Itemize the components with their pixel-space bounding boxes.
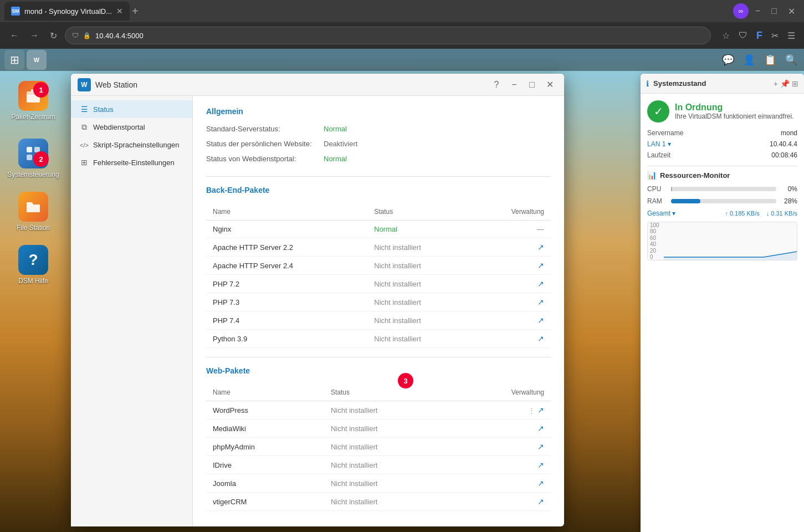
backend-row-0-name: Nginx xyxy=(206,221,367,238)
taskbar-notifications-button[interactable]: 📋 xyxy=(762,52,779,68)
nav-item-skript[interactable]: </> Skript-Spracheinstellungen xyxy=(71,136,192,154)
ram-row: RAM 28% xyxy=(647,197,797,205)
taskbar-grid-button[interactable]: ⊞ xyxy=(4,50,24,70)
webstation-help-button[interactable]: ? xyxy=(489,77,504,93)
backend-row-6-status: Nicht installiert xyxy=(367,330,471,348)
browser-close-button[interactable]: ✕ xyxy=(783,4,800,19)
manage-link-icon[interactable]: ↗ xyxy=(537,243,544,252)
backend-row-2-name: Apache HTTP Server 2.4 xyxy=(206,257,367,275)
web-row-1-name: MediaWiki xyxy=(206,420,324,438)
nav-item-webdienstportal[interactable]: ⧉ Webdienstportal xyxy=(71,118,192,136)
allgemein-row-1-label: Status der persönlichen Website: xyxy=(206,140,317,148)
sys-laufzeit-label: Laufzeit xyxy=(647,151,670,159)
sys-lan-label[interactable]: LAN 1 ▾ xyxy=(647,140,671,148)
backend-row-4-manage[interactable]: ↗ xyxy=(471,293,551,311)
nav-item-status[interactable]: ☰ Status xyxy=(71,100,192,118)
nav-item-fehlerseite[interactable]: ⊞ Fehlerseite-Einstellungen xyxy=(71,154,192,171)
sys-panel-header-buttons: + 📌 ⊞ xyxy=(774,79,798,88)
chart-label-0: 0 xyxy=(650,254,659,260)
backend-row-1-manage[interactable]: ↗ xyxy=(471,238,551,257)
taskbar-app-button[interactable]: W xyxy=(27,50,47,70)
step-2-badge: 2 xyxy=(33,151,49,167)
reload-button[interactable]: ↻ xyxy=(47,28,60,43)
menu-button[interactable]: ☰ xyxy=(785,28,797,43)
manage-link-icon[interactable]: ↗ xyxy=(537,442,544,451)
manage-link-icon[interactable]: ↗ xyxy=(537,334,544,343)
taskbar-search-button[interactable]: 🔍 xyxy=(783,52,800,68)
taskbar-user-button[interactable]: 👤 xyxy=(741,52,757,68)
sys-panel-add-button[interactable]: + xyxy=(774,79,778,88)
address-bar[interactable]: 🛡 🔒 10.40.4.4:5000 xyxy=(65,27,711,44)
web-row-1-status: Nicht installiert xyxy=(324,420,452,438)
sys-panel-expand-button[interactable]: ⊞ xyxy=(792,79,798,88)
cpu-value: 0% xyxy=(781,185,797,193)
backend-row-0-manage: — xyxy=(471,221,551,238)
web-row-2-manage[interactable]: ↗ xyxy=(452,438,551,456)
backend-row-5-manage[interactable]: ↗ xyxy=(471,311,551,330)
webstation-fullscreen-button[interactable]: □ xyxy=(524,77,540,93)
sys-divider xyxy=(647,166,797,166)
web-table-row: WordPress Nicht installiert ⋮↗ xyxy=(206,401,551,420)
desktop-icon-dsm-hilfe[interactable]: ? DSM Hilfe xyxy=(6,241,61,289)
web-row-5-name: vtigerCRM xyxy=(206,493,324,511)
desktop-icon-paket-zentrum[interactable]: Paket-Zentrum xyxy=(6,76,61,125)
new-tab-button[interactable]: + xyxy=(132,5,139,18)
web-row-1-manage[interactable]: ↗ xyxy=(452,420,551,438)
webstation-title: Web Station xyxy=(95,80,137,89)
web-row-3-name: IDrive xyxy=(206,456,324,474)
taskbar-right: 💬 👤 📋 🔍 xyxy=(720,52,800,68)
webdienstportal-nav-icon: ⧉ xyxy=(80,122,89,132)
backend-table-row: Python 3.9 Nicht installiert ↗ xyxy=(206,330,551,348)
browser-window-controls: ∞ − □ ✕ xyxy=(733,3,800,19)
backend-row-3-manage[interactable]: ↗ xyxy=(471,275,551,293)
manage-link-icon[interactable]: ↗ xyxy=(537,261,544,270)
webstation-close-button[interactable]: ✕ xyxy=(542,77,557,93)
nav-item-status-label: Status xyxy=(93,105,114,114)
backend-row-6-manage[interactable]: ↗ xyxy=(471,330,551,348)
nav-item-skript-label: Skript-Spracheinstellungen xyxy=(93,141,179,149)
backend-row-4-name: PHP 7.3 xyxy=(206,293,367,311)
allgemein-row-0-value: Normal xyxy=(324,125,551,133)
sys-panel-pin-button[interactable]: 📌 xyxy=(780,79,790,88)
network-chart: 100 80 60 40 20 0 xyxy=(647,222,797,260)
web-row-5-manage[interactable]: ↗ xyxy=(452,493,551,511)
active-tab[interactable]: SM mond - Synology VirtualD... ✕ xyxy=(4,2,130,21)
nav-item-fehlerseite-label: Fehlerseite-Einstellungen xyxy=(93,158,175,167)
bookmark-button[interactable]: ☆ xyxy=(720,28,732,43)
step-3-badge: 3 xyxy=(398,373,413,388)
manage-link-icon[interactable]: ↗ xyxy=(537,461,544,469)
cpu-bar xyxy=(671,187,672,191)
sys-panel-body: ✓ In Ordnung Ihre VirtualDSM funktionier… xyxy=(641,94,804,274)
ram-label: RAM xyxy=(647,197,667,205)
manage-link-icon[interactable]: ↗ xyxy=(537,279,544,288)
backend-row-2-manage[interactable]: ↗ xyxy=(471,257,551,275)
sys-status-section: ✓ In Ordnung Ihre VirtualDSM funktionier… xyxy=(647,100,797,122)
ram-bar-bg xyxy=(671,199,776,203)
manage-link-icon[interactable]: ↗ xyxy=(537,479,544,488)
extension-icon[interactable]: ∞ xyxy=(733,3,749,19)
chart-label-20: 20 xyxy=(650,248,659,254)
web-row-4-manage[interactable]: ↗ xyxy=(452,474,551,493)
manage-link-icon[interactable]: ↗ xyxy=(537,298,544,306)
manage-link-icon[interactable]: ↗ xyxy=(537,424,544,433)
manage-link-icon[interactable]: ↗ xyxy=(537,316,544,325)
forward-button[interactable]: → xyxy=(27,28,42,43)
web-row-0-manage[interactable]: ⋮↗ xyxy=(452,401,551,420)
browser-minimize-button[interactable]: − xyxy=(751,4,765,18)
browser-maximize-button[interactable]: □ xyxy=(767,4,781,18)
desktop-icon-file-station[interactable]: File Station xyxy=(6,187,61,236)
shield-button[interactable]: 🛡 xyxy=(736,28,750,43)
profile-button[interactable]: F xyxy=(754,28,765,44)
screenshot-button[interactable]: ✂ xyxy=(769,28,781,43)
back-button[interactable]: ← xyxy=(7,28,22,43)
net-label[interactable]: Gesamt ▾ xyxy=(647,209,675,217)
web-row-3-manage[interactable]: ↗ xyxy=(452,456,551,474)
manage-link-icon[interactable]: ↗ xyxy=(537,406,544,415)
dots-menu[interactable]: ⋮ xyxy=(528,406,535,415)
taskbar-chat-button[interactable]: 💬 xyxy=(720,52,736,68)
sys-servername-value: mond xyxy=(781,129,797,137)
manage-link-icon[interactable]: ↗ xyxy=(537,497,544,506)
tab-close-button[interactable]: ✕ xyxy=(116,7,123,16)
webstation-minimize-button[interactable]: − xyxy=(506,77,522,93)
webstation-titlebar-buttons: ? − □ ✕ xyxy=(489,77,557,93)
